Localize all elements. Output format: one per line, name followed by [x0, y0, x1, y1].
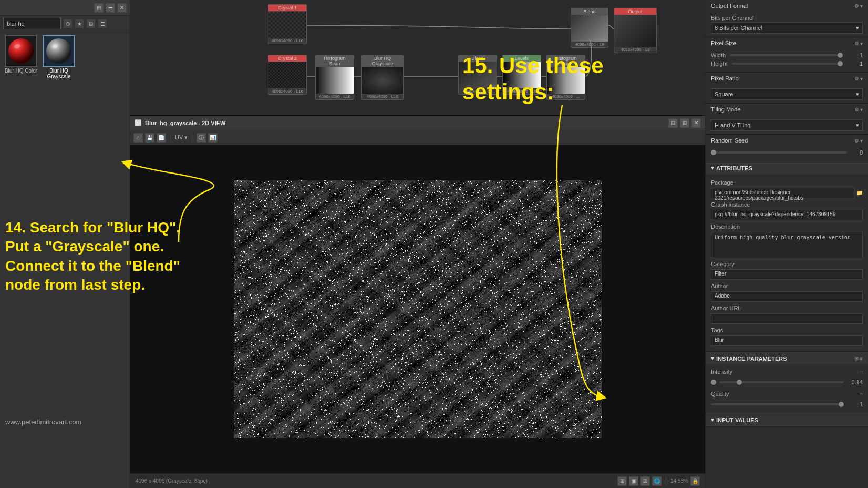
footer-lock-icon[interactable]: 🔒	[690, 476, 700, 486]
node-blend1[interactable]: Blend 4096x4096 - L8	[458, 55, 497, 95]
pixel-ratio-settings-icon[interactable]: ⚙	[854, 76, 859, 82]
list-view-icon[interactable]: ☰	[106, 3, 115, 13]
footer-3d-icon[interactable]: 🌐	[652, 476, 662, 486]
toolbar-chart-icon[interactable]: 📊	[208, 133, 218, 143]
footer-grid-icon[interactable]: ⊞	[617, 476, 627, 486]
asset-item-blur-hq-color[interactable]: Blur HQ Color	[3, 35, 39, 79]
author-value: Adobe	[711, 291, 863, 302]
footer-tile-icon[interactable]: ⊡	[640, 476, 650, 486]
pixel-ratio-value: Square	[715, 91, 733, 97]
filter-icon[interactable]: ⚙	[63, 19, 73, 28]
pixel-ratio-chevron[interactable]: ▾	[860, 76, 863, 82]
asset-item-blur-hq-grayscale[interactable]: Blur HQ Grayscale	[41, 35, 77, 79]
random-seed-row: 0	[711, 149, 863, 156]
tiling-mode-settings-icon[interactable]: ⚙	[854, 107, 859, 113]
right-panel: Output Format ⚙ ▾ Bits per Channel 8 Bit…	[705, 0, 868, 488]
node-blur-header: Blur HQ Grayscale	[362, 55, 403, 67]
random-seed-handle[interactable]	[711, 150, 716, 155]
toolbar-save-icon[interactable]: 💾	[145, 133, 154, 143]
node-levels[interactable]: Levels 4096x4096 - L8	[502, 55, 541, 95]
intensity-handle[interactable]	[737, 380, 742, 385]
toolbar-divider1	[170, 134, 171, 142]
bits-per-channel-dropdown[interactable]: 8 Bits per Channel ▾	[711, 22, 863, 34]
quality-track[interactable]	[711, 403, 844, 405]
instance-params-icon2[interactable]: ≡	[860, 355, 863, 361]
intensity-slider-row: 0.14	[711, 377, 863, 388]
attributes-section-header[interactable]: ▾ ATTRIBUTES	[706, 161, 868, 175]
tiling-mode-dropdown[interactable]: H and V Tiling ▾	[711, 119, 863, 131]
tiling-mode-value: H and V Tiling	[715, 122, 750, 128]
pixel-ratio-icons: ⚙ ▾	[854, 76, 863, 82]
random-seed-chevron[interactable]: ▾	[860, 138, 863, 144]
output-format-chevron[interactable]: ▾	[860, 3, 863, 9]
list-toggle-icon[interactable]: ☰	[98, 19, 107, 28]
output-format-title: Output Format	[711, 3, 748, 9]
view-2d-title: Blur_hq_grayscale - 2D VIEW	[145, 120, 225, 126]
package-label: Package	[711, 178, 863, 187]
footer-display-icon[interactable]: ▣	[629, 476, 638, 486]
pixel-size-settings-icon[interactable]: ⚙	[854, 40, 859, 46]
node-graph[interactable]: Crystal 1 4096x4096 - L16 Crystal 2 4096…	[130, 0, 705, 116]
node-histogram-scan1[interactable]: Histogram Scan 4096x4096 - L16	[315, 55, 354, 100]
grid-toggle-icon[interactable]: ⊞	[86, 19, 96, 28]
node-graph-background: Crystal 1 4096x4096 - L16 Crystal 2 4096…	[130, 0, 705, 115]
pixel-ratio-chevron-icon: ▾	[856, 91, 859, 98]
footer-divider	[666, 477, 666, 485]
intensity-label: Intensity	[711, 369, 732, 375]
node-crystal1[interactable]: Crystal 1 4096x4096 - L16	[268, 4, 307, 44]
graph-instance-label: Graph instance	[711, 200, 863, 209]
node-output[interactable]: Output 4096x4096 - L8	[614, 8, 657, 53]
instance-params-chevron: ▾	[711, 355, 714, 362]
intensity-track[interactable]	[719, 381, 844, 383]
random-seed-slider[interactable]	[711, 151, 847, 154]
search-input[interactable]	[3, 18, 61, 29]
left-panel: ⊞ ☰ ✕ ⚙ ★ ⊞ ☰	[0, 0, 130, 488]
description-value[interactable]: Uniform high quality blur grayscale vers…	[711, 232, 863, 258]
node-blur-hq-grayscale[interactable]: Blur HQ Grayscale 4096x4096 - L16	[361, 55, 404, 100]
view-2d-undock-icon[interactable]: ⊟	[668, 118, 678, 128]
height-slider-track[interactable]	[732, 63, 843, 65]
instance-params-header[interactable]: ▾ INSTANCE PARAMETERS ⊞ ≡	[706, 352, 868, 365]
output-format-header: Output Format ⚙ ▾	[706, 0, 868, 12]
intensity-dot[interactable]	[711, 380, 716, 385]
toolbar-export-icon[interactable]: 📄	[157, 133, 166, 143]
toolbar-home-icon[interactable]: ⌂	[133, 133, 143, 143]
width-slider-handle[interactable]	[838, 53, 843, 58]
grid-view-icon[interactable]: ⊞	[94, 3, 104, 13]
intensity-reset-icon[interactable]: ≡	[860, 369, 863, 375]
instance-params-title: ▾ INSTANCE PARAMETERS	[711, 355, 787, 362]
tiling-mode-chevron[interactable]: ▾	[860, 107, 863, 113]
svg-point-2	[46, 38, 71, 64]
output-format-settings-icon[interactable]: ⚙	[854, 3, 859, 9]
package-folder-icon[interactable]: 📁	[856, 190, 863, 196]
category-value: Filter	[711, 269, 863, 280]
close-left-icon[interactable]: ✕	[117, 3, 127, 13]
texture-canvas	[234, 180, 602, 438]
pixel-size-chevron[interactable]: ▾	[860, 40, 863, 46]
quality-handle[interactable]	[839, 402, 844, 407]
view-2d-panel: ⬜ Blur_hq_grayscale - 2D VIEW ⊟ ⊞ ✕ ⌂ 💾 …	[130, 116, 705, 488]
toolbar-info-icon[interactable]: ⓘ	[197, 133, 206, 143]
node-crystal2[interactable]: Crystal 2 4096x4096 - L16	[268, 55, 307, 95]
resolution-info: 4096 x 4096 (Grayscale, 8bpc)	[136, 478, 208, 484]
node-crystal2-header: Crystal 2	[268, 55, 306, 62]
pixel-ratio-dropdown[interactable]: Square ▾	[711, 88, 863, 100]
width-slider-track[interactable]	[730, 54, 843, 56]
quality-reset-icon[interactable]: ≡	[860, 391, 863, 397]
width-value: 1	[847, 52, 863, 58]
instance-params-icon1[interactable]: ⊞	[854, 355, 859, 361]
input-values-header[interactable]: ▾ INPUT VALUES	[706, 413, 868, 427]
quality-header-row: Quality ≡	[711, 391, 863, 397]
view-2d-close-icon[interactable]: ✕	[691, 118, 701, 128]
add-favorite-icon[interactable]: ★	[75, 19, 84, 28]
uv-label: UV ▾	[175, 134, 188, 141]
tiling-mode-icons: ⚙ ▾	[854, 107, 863, 113]
instance-params-body: Intensity ≡ 0.14 Quality ≡ 1	[706, 365, 868, 413]
node-histogram-scan2[interactable]: Histogram Scan 4096x4096 - ...	[546, 55, 585, 100]
bits-dropdown-chevron: ▾	[856, 25, 859, 32]
random-seed-settings-icon[interactable]: ⚙	[854, 138, 859, 144]
canvas-area[interactable]	[130, 145, 705, 473]
view-2d-maximize-icon[interactable]: ⊞	[680, 118, 689, 128]
node-blend2[interactable]: Blend 4096x4096 - L8	[571, 8, 608, 48]
height-slider-handle[interactable]	[838, 61, 843, 66]
